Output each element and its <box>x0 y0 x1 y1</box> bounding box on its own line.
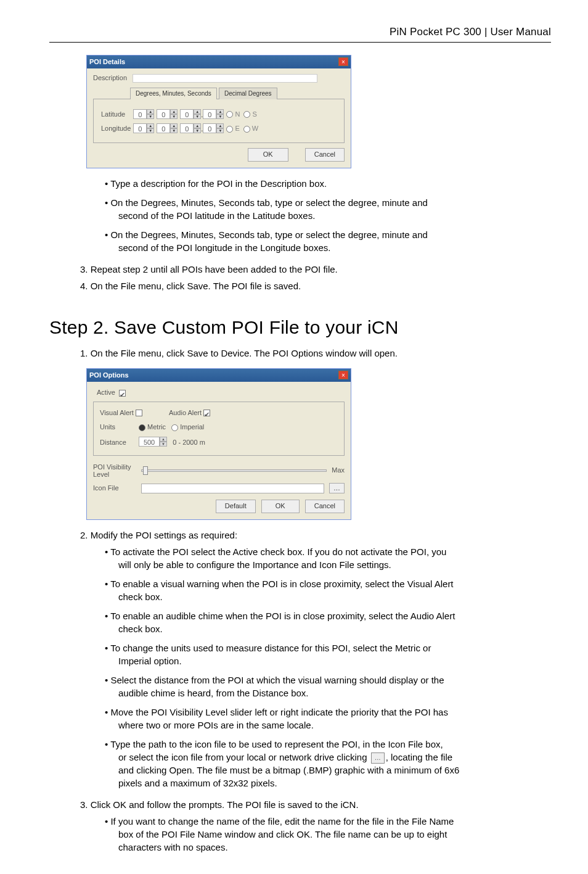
list-item: • To enable a visual warning when the PO… <box>105 579 454 589</box>
poi-details-dialog: POI Details × Description Degrees, Minut… <box>86 55 351 168</box>
imperial-label: Imperial <box>180 423 204 431</box>
active-label: Active <box>97 389 115 396</box>
tab-dms[interactable]: Degrees, Minutes, Seconds <box>130 88 217 99</box>
lat-min-spinner[interactable]: 0▲▼ <box>157 109 178 119</box>
dialog-title: POI Details <box>89 57 125 67</box>
default-button[interactable]: Default <box>216 500 256 513</box>
list-item-cont: characters with no spaces. <box>118 841 551 854</box>
dialog-title: POI Options <box>89 371 129 380</box>
latitude-label: Latitude <box>101 109 131 120</box>
active-checkbox[interactable]: ✔ <box>119 390 126 397</box>
icon-file-label: Icon File <box>93 484 136 493</box>
browse-icon: … <box>371 752 385 764</box>
browse-icon-button[interactable]: … <box>329 483 345 493</box>
list-item-cont: check box. <box>118 590 551 603</box>
longitude-label: Longitude <box>101 123 131 134</box>
metric-label: Metric <box>147 423 166 431</box>
page-header: PiN Pocket PC 300 | User Manual <box>49 25 551 43</box>
list-item-cont: audible chime is heard, from the Distanc… <box>118 686 551 699</box>
list-item-cont: where two or more POIs are in the same l… <box>118 719 551 732</box>
lon-e-label: E <box>235 125 239 132</box>
list-item-cont: Imperial option. <box>118 654 551 667</box>
list-item: • On the Degrees, Minutes, Seconds tab, … <box>105 229 428 240</box>
ok-button[interactable]: OK <box>261 500 300 513</box>
tab-decimal[interactable]: Decimal Degrees <box>219 88 277 99</box>
lat-n-radio[interactable] <box>226 111 233 118</box>
distance-label: Distance <box>100 438 137 447</box>
list-item: • Select the distance from the POI at wh… <box>105 675 444 685</box>
list-item-cont: box of the POI File Name window and clic… <box>118 828 551 841</box>
step-item: 4. On the File menu, click Save. The POI… <box>80 279 551 292</box>
lon-deg-spinner[interactable]: 0▲▼ <box>133 123 154 133</box>
icon-file-input[interactable] <box>141 484 324 493</box>
units-label: Units <box>100 423 137 432</box>
lon-w-label: W <box>252 125 258 132</box>
list-item: • To activate the POI select the Active … <box>105 546 446 557</box>
visibility-max-label: Max <box>332 466 345 475</box>
lon-e-radio[interactable] <box>226 126 233 133</box>
visual-alert-checkbox[interactable] <box>136 410 142 416</box>
lat-s-label: S <box>252 110 256 118</box>
lon-sec-spinner[interactable]: 0▲▼ <box>180 123 201 133</box>
list-item-cont: pixels and a maximum of 32x32 pixels. <box>118 777 551 789</box>
list-item: • Move the POI Visibility Level slider l… <box>105 707 448 717</box>
step-item: 2. Modify the POI settings as required: <box>80 529 551 542</box>
list-item-cont: or select the icon file from your local … <box>118 751 551 764</box>
description-input[interactable] <box>133 74 317 83</box>
list-item-cont: check box. <box>118 622 551 635</box>
list-item: • To enable an audible chime when the PO… <box>105 611 455 621</box>
close-icon[interactable]: × <box>338 57 348 66</box>
description-label: Description <box>93 74 127 81</box>
list-item-cont: second of the POI longitude in the Longi… <box>118 241 551 254</box>
step-item: 1. On the File menu, click Save to Devic… <box>80 347 551 360</box>
visibility-slider[interactable] <box>141 469 327 472</box>
ok-button[interactable]: OK <box>248 148 288 161</box>
section-heading: Step 2. Save Custom POI File to your iCN <box>49 315 551 340</box>
list-item-cont: and clicking Open. The file must be a bi… <box>118 764 551 777</box>
list-item-cont: second of the POI latitude in the Latitu… <box>118 209 551 222</box>
list-item: • If you want to change the name of the … <box>105 816 454 827</box>
lon-min-spinner[interactable]: 0▲▼ <box>157 123 178 133</box>
list-item: • On the Degrees, Minutes, Seconds tab, … <box>105 197 428 208</box>
lat-sec-spinner[interactable]: 0▲▼ <box>180 109 201 119</box>
audio-alert-label: Audio Alert <box>169 409 202 416</box>
lon-w-radio[interactable] <box>243 126 250 133</box>
visibility-level-label: POI Visibility Level <box>93 463 136 478</box>
step-item: 3. Click OK and follow the prompts. The … <box>80 798 551 811</box>
list-item: • Type the path to the icon file to be u… <box>105 739 443 749</box>
lat-s-radio[interactable] <box>243 111 250 118</box>
close-icon[interactable]: × <box>338 371 348 379</box>
step-item: 3. Repeat step 2 until all POIs have bee… <box>80 263 551 276</box>
cancel-button[interactable]: Cancel <box>305 148 345 161</box>
imperial-radio[interactable] <box>171 424 178 431</box>
distance-range: 0 - 2000 m <box>173 439 205 446</box>
distance-spinner[interactable]: 500▲▼ <box>139 437 167 447</box>
cancel-button[interactable]: Cancel <box>305 500 345 513</box>
lat-deg-spinner[interactable]: 0▲▼ <box>133 109 154 119</box>
lat-n-label: N <box>235 110 240 118</box>
audio-alert-checkbox[interactable]: ✔ <box>203 410 210 416</box>
poi-options-dialog: POI Options × Active ✔ Visual Alert Audi… <box>86 368 351 520</box>
metric-radio[interactable] <box>139 424 145 431</box>
visual-alert-label: Visual Alert <box>100 409 134 416</box>
list-item-cont: will only be able to configure the Impor… <box>118 558 551 571</box>
list-item: • Type a description for the POI in the … <box>105 178 327 189</box>
list-item: • To change the units used to measure di… <box>105 643 431 653</box>
